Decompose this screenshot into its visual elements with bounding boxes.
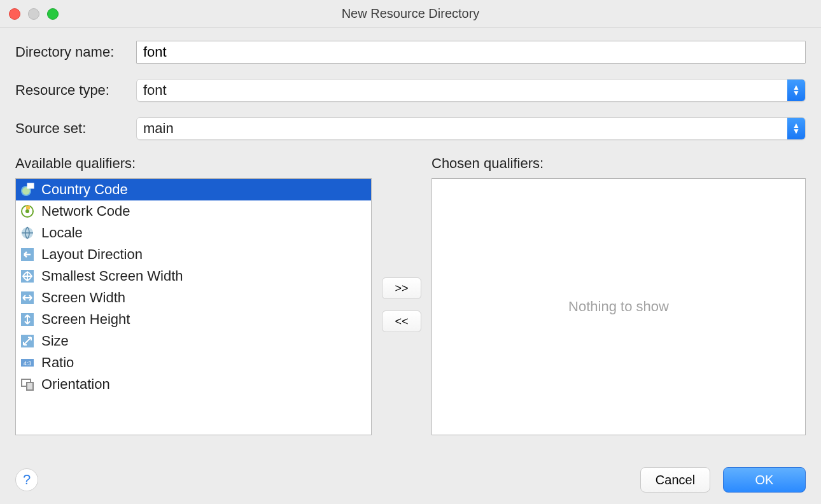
qualifier-item[interactable]: Country Code xyxy=(16,179,371,200)
window-title: New Resource Directory xyxy=(0,6,821,21)
combobox-stepper-icon: ▲▼ xyxy=(787,118,805,139)
qualifier-item-label: Size xyxy=(41,333,69,349)
network-icon xyxy=(20,204,35,219)
qualifier-item-label: Ratio xyxy=(41,354,74,371)
ok-button[interactable]: OK xyxy=(723,467,806,493)
svg-text:4:3: 4:3 xyxy=(24,360,32,367)
globe-icon xyxy=(20,225,35,241)
ratio-icon: 4:3 xyxy=(20,355,35,370)
arrow-h-icon xyxy=(20,290,35,305)
orient-icon xyxy=(20,377,35,392)
arrow-v-icon xyxy=(20,312,35,327)
available-qualifiers-label: Available qualifiers: xyxy=(15,155,372,172)
arrows-cross-icon xyxy=(20,269,35,284)
zoom-window-button[interactable] xyxy=(47,8,59,20)
qualifier-item-label: Country Code xyxy=(41,181,128,198)
chosen-empty-text: Nothing to show xyxy=(432,179,805,435)
svg-rect-14 xyxy=(27,382,33,390)
qualifier-item-label: Network Code xyxy=(41,203,130,220)
qualifier-item[interactable]: Screen Height xyxy=(16,309,371,330)
directory-name-label: Directory name: xyxy=(15,44,136,60)
resource-type-label: Resource type: xyxy=(15,82,136,99)
svg-point-4 xyxy=(25,209,29,213)
chosen-qualifiers-label: Chosen qualifiers: xyxy=(432,155,806,172)
available-qualifiers-list[interactable]: Country CodeNetwork CodeLocaleLayout Dir… xyxy=(15,178,372,435)
minimize-window-button xyxy=(28,8,39,20)
qualifier-item-label: Layout Direction xyxy=(41,246,143,263)
window-controls xyxy=(9,8,59,20)
source-set-combobox[interactable]: main ▲▼ xyxy=(136,117,806,140)
directory-name-input[interactable] xyxy=(136,41,806,64)
qualifier-item-label: Locale xyxy=(41,225,83,241)
svg-rect-3 xyxy=(26,206,30,209)
svg-rect-1 xyxy=(27,183,34,188)
title-bar: New Resource Directory xyxy=(0,0,821,28)
qualifier-item[interactable]: Network Code xyxy=(16,200,371,222)
globe-flag-icon xyxy=(20,182,35,197)
qualifier-item[interactable]: Orientation xyxy=(16,374,371,395)
resource-type-value: font xyxy=(137,80,787,101)
close-window-button[interactable] xyxy=(9,8,20,20)
source-set-label: Source set: xyxy=(15,120,136,137)
qualifier-item[interactable]: 4:3Ratio xyxy=(16,352,371,374)
qualifier-item[interactable]: Screen Width xyxy=(16,287,371,309)
arrow-left-icon xyxy=(20,247,35,262)
qualifier-item-label: Screen Height xyxy=(41,311,130,328)
qualifier-item-label: Screen Width xyxy=(41,290,125,306)
chosen-qualifiers-list[interactable]: Nothing to show xyxy=(432,178,806,435)
qualifier-item[interactable]: Locale xyxy=(16,222,371,244)
add-qualifier-button[interactable]: >> xyxy=(382,277,421,299)
diag-icon xyxy=(20,333,35,349)
qualifier-item[interactable]: Layout Direction xyxy=(16,244,371,265)
combobox-stepper-icon: ▲▼ xyxy=(787,80,805,101)
qualifier-item-label: Smallest Screen Width xyxy=(41,268,183,284)
source-set-value: main xyxy=(137,118,787,139)
resource-type-combobox[interactable]: font ▲▼ xyxy=(136,79,806,102)
qualifier-item-label: Orientation xyxy=(41,376,110,393)
qualifier-item[interactable]: Size xyxy=(16,330,371,352)
qualifier-item[interactable]: Smallest Screen Width xyxy=(16,265,371,287)
help-button[interactable]: ? xyxy=(15,468,38,491)
cancel-button[interactable]: Cancel xyxy=(640,467,710,493)
remove-qualifier-button[interactable]: << xyxy=(382,311,421,332)
